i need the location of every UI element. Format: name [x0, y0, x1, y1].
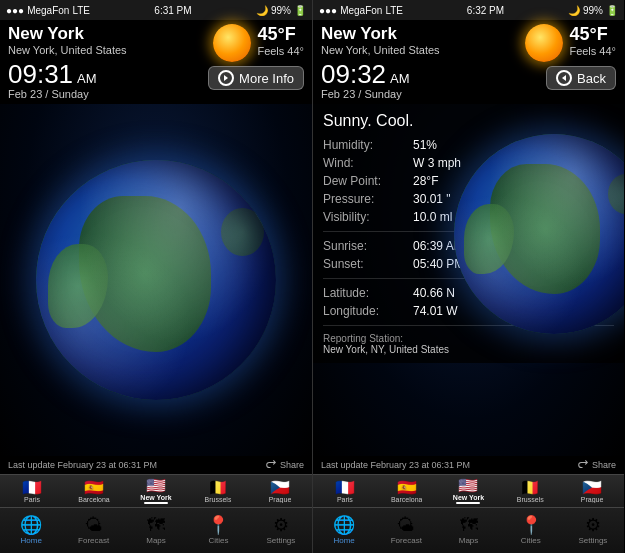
flag-emoji-barcelona-right: 🇪🇸	[397, 480, 417, 496]
moon-icon: 🌙	[256, 5, 268, 16]
flag-city-prague-left: Prague	[269, 496, 292, 503]
date-left: Feb 23 / Sunday	[8, 88, 127, 100]
flag-barcelona-left[interactable]: 🇪🇸 Barcelona	[64, 480, 124, 503]
more-info-label: More Info	[239, 71, 294, 86]
tab-home-label-left: Home	[21, 536, 42, 545]
flag-barcelona-right[interactable]: 🇪🇸 Barcelona	[377, 480, 437, 503]
flag-emoji-prague-right: 🇨🇿	[582, 480, 602, 496]
tab-bar-right: 🌐 Home 🌤 Forecast 🗺 Maps 📍 Cities ⚙ Sett…	[313, 507, 624, 553]
dewpoint-label: Dew Point:	[323, 174, 413, 188]
forecast-icon-right: 🌤	[397, 516, 415, 534]
earth-wrapper-right	[454, 134, 624, 334]
temp-right: 45°F	[569, 24, 616, 45]
tab-forecast-right[interactable]: 🌤 Forecast	[375, 513, 437, 548]
share-label-right: Share	[592, 460, 616, 470]
moon-icon-right: 🌙	[568, 5, 580, 16]
flag-city-paris-left: Paris	[24, 496, 40, 503]
share-button-right[interactable]: Share	[577, 459, 616, 471]
bottom-bar-left: Last update February 23 at 06:31 PM Shar…	[0, 456, 312, 553]
status-right: 🌙 99% 🔋	[256, 5, 306, 16]
right-phone: ●●● MegaFon LTE 6:32 PM 🌙 99% 🔋 New York…	[312, 0, 624, 553]
sunrise-label: Sunrise:	[323, 239, 413, 253]
flag-city-brussels-left: Brussels	[205, 496, 232, 503]
visibility-label: Visibility:	[323, 210, 413, 224]
tab-maps-right[interactable]: 🗺 Maps	[437, 513, 499, 548]
earth-container-left	[0, 104, 312, 456]
flag-bar-right: 🇫🇷 Paris 🇪🇸 Barcelona 🇺🇸 New York 🇧🇪 Bru…	[313, 474, 624, 507]
status-right-right: 🌙 99% 🔋	[568, 5, 618, 16]
tab-maps-label-right: Maps	[459, 536, 479, 545]
tab-forecast-left[interactable]: 🌤 Forecast	[62, 513, 124, 548]
tab-settings-right[interactable]: ⚙ Settings	[562, 513, 624, 548]
time-right: 09:32	[321, 60, 386, 89]
flag-newyork-right[interactable]: 🇺🇸 New York	[439, 478, 499, 504]
carrier-left: MegaFon	[27, 5, 69, 16]
tab-home-left[interactable]: 🌐 Home	[0, 513, 62, 548]
dewpoint-value: 28°F	[413, 174, 438, 188]
home-icon-right: 🌐	[333, 516, 355, 534]
earth-atmo-left	[36, 160, 276, 400]
earth-right	[454, 134, 624, 334]
country-left: New York, United States	[8, 44, 127, 57]
settings-icon-right: ⚙	[585, 516, 601, 534]
tab-home-right[interactable]: 🌐 Home	[313, 513, 375, 548]
share-button-left[interactable]: Share	[265, 459, 304, 471]
weather-headline: Sunny. Cool.	[323, 112, 614, 130]
time-left: 09:31	[8, 60, 73, 89]
tab-cities-label-right: Cities	[521, 536, 541, 545]
flag-city-newyork-right: New York	[453, 494, 484, 501]
forecast-icon-left: 🌤	[85, 516, 103, 534]
sunset-label: Sunset:	[323, 257, 413, 271]
flag-city-barcelona-left: Barcelona	[78, 496, 110, 503]
humidity-label: Humidity:	[323, 138, 413, 152]
city-left: New York	[8, 24, 127, 44]
network-right: LTE	[385, 5, 403, 16]
flag-prague-left[interactable]: 🇨🇿 Prague	[250, 480, 310, 503]
status-time-left: 6:31 PM	[154, 5, 191, 16]
bottom-bar-right: Last update February 23 at 06:31 PM Shar…	[313, 456, 624, 553]
station-value: New York, NY, United States	[323, 344, 614, 355]
flag-city-paris-right: Paris	[337, 496, 353, 503]
station-label: Reporting Station:	[323, 333, 614, 344]
earth-atmo-right	[454, 134, 624, 334]
flag-underline-right	[456, 502, 480, 504]
tab-forecast-label-left: Forecast	[78, 536, 109, 545]
header-info-right: New York New York, United States 09:32 A…	[321, 24, 440, 100]
tab-cities-right[interactable]: 📍 Cities	[500, 513, 562, 548]
header-right-left: 45°F Feels 44° More Info	[208, 24, 304, 90]
tab-settings-label-right: Settings	[578, 536, 607, 545]
header-right: New York New York, United States 09:32 A…	[313, 20, 624, 104]
visibility-value: 10.0 ml	[413, 210, 452, 224]
last-update-text-right: Last update February 23 at 06:31 PM	[321, 460, 470, 470]
flag-prague-right[interactable]: 🇨🇿 Prague	[562, 480, 622, 503]
flag-paris-left[interactable]: 🇫🇷 Paris	[2, 480, 62, 503]
signal-dots: ●●●	[6, 5, 24, 16]
header-left: New York New York, United States 09:31 A…	[0, 20, 312, 104]
feels-right: Feels 44°	[569, 45, 616, 57]
last-update-right: Last update February 23 at 06:31 PM Shar…	[313, 456, 624, 474]
tab-maps-left[interactable]: 🗺 Maps	[125, 513, 187, 548]
svg-marker-1	[562, 75, 566, 81]
main-content-right: Sunny. Cool. Humidity: 51% Wind: W 3 mph…	[313, 104, 624, 456]
date-right: Feb 23 / Sunday	[321, 88, 440, 100]
country-right: New York, United States	[321, 44, 440, 57]
status-left: ●●● MegaFon LTE	[6, 5, 90, 16]
ampm-right: AM	[390, 71, 410, 86]
last-update-left: Last update February 23 at 06:31 PM Shar…	[0, 456, 312, 474]
flag-brussels-left[interactable]: 🇧🇪 Brussels	[188, 480, 248, 503]
flag-emoji-prague-left: 🇨🇿	[270, 480, 290, 496]
sun-icon-left	[213, 24, 251, 62]
arrow-left-icon	[556, 70, 572, 86]
city-right: New York	[321, 24, 440, 44]
maps-icon-right: 🗺	[460, 516, 478, 534]
humidity-value: 51%	[413, 138, 437, 152]
tab-settings-left[interactable]: ⚙ Settings	[250, 513, 312, 548]
flag-newyork-left[interactable]: 🇺🇸 New York	[126, 478, 186, 504]
flag-paris-right[interactable]: 🇫🇷 Paris	[315, 480, 375, 503]
more-info-button[interactable]: More Info	[208, 66, 304, 90]
flag-emoji-newyork-right: 🇺🇸	[458, 478, 478, 494]
flag-brussels-right[interactable]: 🇧🇪 Brussels	[500, 480, 560, 503]
flag-city-brussels-right: Brussels	[517, 496, 544, 503]
tab-cities-left[interactable]: 📍 Cities	[187, 513, 249, 548]
back-button[interactable]: Back	[546, 66, 616, 90]
